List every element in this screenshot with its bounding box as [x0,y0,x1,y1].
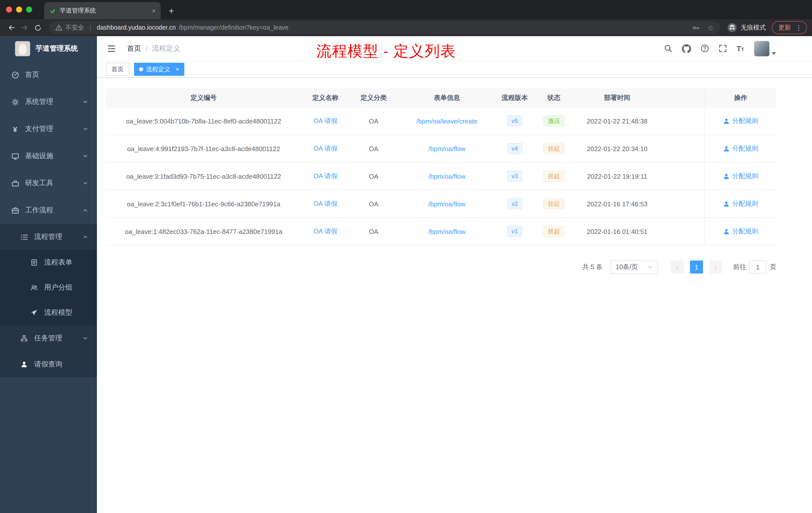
form-link[interactable]: /bpm/oa/flow [428,173,465,180]
tag-home[interactable]: 首页 [106,63,129,76]
col-header-time: 部署时间 [575,88,660,108]
person-icon [723,228,730,235]
filler-cell [660,108,704,134]
col-header-status: 状态 [533,88,575,108]
definition-name-link[interactable]: OA 请假 [313,117,337,125]
pagination-total: 共 5 条 [582,263,603,272]
new-tab-button[interactable]: + [169,6,174,16]
monitor-icon [11,152,19,160]
table-row: oa_leave:5:004b710b-7b8a-11ec-8ef0-acde4… [106,108,776,135]
tag-close-icon[interactable]: × [176,66,179,72]
tree-icon [20,335,28,342]
page-size-select[interactable]: 10条/页 [611,260,658,274]
goto-page-input[interactable] [749,261,766,274]
users-icon [30,284,38,291]
definition-name-link[interactable]: OA 请假 [313,199,337,208]
address-bar[interactable]: 不安全 | dashboard.yudao.iocoder.cn/bpm/man… [49,21,720,34]
bookmark-star-icon[interactable]: ☆ [707,24,714,31]
security-label[interactable]: 不安全 [65,23,84,32]
person-icon [723,173,730,179]
status-badge: 挂起 [543,226,564,237]
deploy-time-cell: 2022-01-16 17:46:53 [575,190,660,217]
col-header-form: 表单信息 [398,88,496,108]
chevron-up-icon [83,234,88,239]
form-link[interactable]: /bpm/oa/flow [428,200,465,208]
assign-rule-link[interactable]: 分配规则 [723,117,758,125]
incognito-icon [727,23,737,33]
browser-tab[interactable]: 芋道管理系统 × [44,2,161,19]
sidebar-item-system[interactable]: 系统管理 [0,88,97,116]
definition-table: 定义编号 定义名称 定义分类 表单信息 流程版本 状态 部署时间 操作 oa_l… [106,88,776,245]
page-number-button[interactable]: 1 [690,261,703,274]
update-label[interactable]: 更新 [778,23,791,32]
col-header-version: 流程版本 [496,88,533,108]
sidebar-item-process-management[interactable]: 流程管理 [0,224,97,250]
sidebar-item-workflow[interactable]: 工作流程 [0,197,97,224]
definition-name-link[interactable]: OA 请假 [313,144,337,153]
browser-menu-icon[interactable]: ⋮ [795,24,802,31]
favicon-icon [49,7,56,14]
breadcrumb-home[interactable]: 首页 [127,44,141,53]
page-unit-label: 页 [770,263,776,272]
avatar[interactable] [754,40,770,57]
status-badge: 挂起 [543,198,564,210]
sidebar-collapse-icon[interactable] [105,42,118,55]
sidebar-item-infrastructure[interactable]: 基础设施 [0,143,97,170]
incognito-label: 无痕模式 [741,23,766,32]
definition-name-link[interactable]: OA 请假 [313,227,337,236]
sidebar-item-home[interactable]: 首页 [0,61,97,88]
logo-avatar [15,41,30,56]
filler-cell [660,190,704,217]
sidebar-item-task-management[interactable]: 任务管理 [0,325,97,351]
sidebar-item-leave-query[interactable]: 请假查询 [0,351,97,378]
minimize-window-button[interactable] [16,6,22,12]
assign-rule-link[interactable]: 分配规则 [723,144,758,153]
browser-toolbar: 不安全 | dashboard.yudao.iocoder.cn/bpm/man… [0,19,812,36]
font-size-icon[interactable]: TT [736,45,744,52]
close-window-button[interactable] [6,6,12,12]
search-icon[interactable] [664,44,672,53]
status-badge: 激活 [543,116,564,127]
form-link[interactable]: /bpm/oa/flow [428,228,465,235]
chevron-down-icon [648,265,653,270]
breadcrumb-separator: / [146,44,148,53]
github-icon[interactable] [682,44,691,53]
tags-view: 首页 流程定义 × [97,61,812,78]
tag-label: 流程定义 [146,65,170,73]
sidebar-item-label: 任务管理 [34,334,62,343]
url-path: /bpm/manager/definition?key=oa_leave [179,24,289,31]
document-icon [30,259,38,266]
reload-icon[interactable] [31,21,44,34]
tab-close-icon[interactable]: × [152,7,156,14]
sidebar-item-process-model[interactable]: 流程模型 [0,300,97,325]
filler-cell [660,218,704,245]
tag-process-definition[interactable]: 流程定义 × [134,63,184,76]
version-badge: v3 [507,171,522,182]
browser-update-button[interactable]: 更新 ⋮ [772,21,807,34]
definition-name-link[interactable]: OA 请假 [313,172,337,181]
form-link[interactable]: /bpm/oa/flow [428,145,465,152]
next-page-button[interactable]: › [709,261,722,274]
prev-page-button[interactable]: ‹ [671,261,684,274]
sidebar-item-process-form[interactable]: 流程表单 [0,250,97,275]
fullscreen-icon[interactable] [718,44,727,53]
key-icon[interactable] [692,24,699,31]
back-icon[interactable] [5,21,18,34]
sidebar-item-devtools[interactable]: 研发工具 [0,170,97,197]
assign-rule-link[interactable]: 分配规则 [723,172,758,181]
col-header-actions: 操作 [704,88,776,108]
definition-id-cell: oa_leave:2:3c1f0ef1-76b1-11ec-9c66-a2380… [106,190,301,217]
sidebar-item-payment[interactable]: ¥ 支付管理 [0,116,97,143]
version-badge: v1 [507,226,522,237]
form-link[interactable]: /bpm/oa/leave/create [416,117,477,125]
help-icon[interactable] [700,44,709,53]
assign-rule-link[interactable]: 分配规则 [723,227,758,236]
user-menu[interactable] [754,40,776,57]
table-row: oa_leave:2:3c1f0ef1-76b1-11ec-9c66-a2380… [106,190,776,218]
filler-cell [660,163,704,190]
assign-rule-link[interactable]: 分配规则 [723,199,758,208]
sidebar-item-user-group[interactable]: 用户分组 [0,275,97,300]
maximize-window-button[interactable] [26,6,32,12]
forward-icon[interactable] [18,21,31,34]
filler-cell [660,135,704,162]
